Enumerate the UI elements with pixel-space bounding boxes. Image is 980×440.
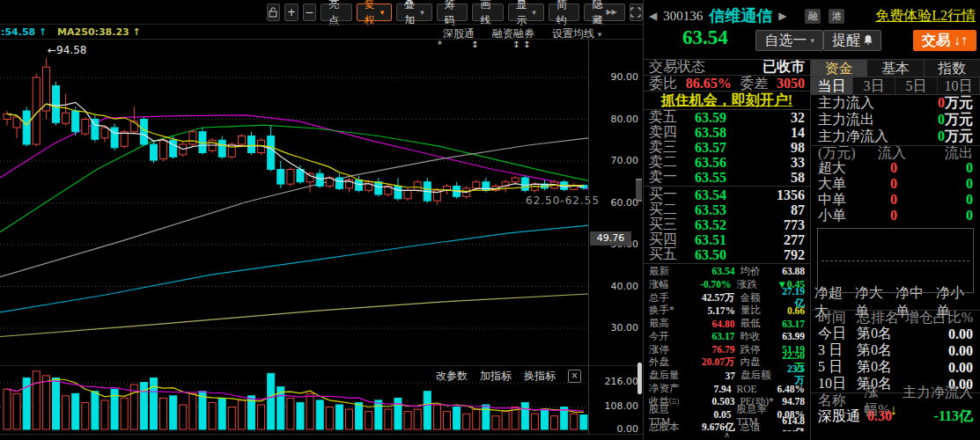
margin-badge[interactable]: 融 <box>805 9 821 24</box>
up-arrow-icon: ↑ <box>39 26 47 38</box>
chart-bottom-divider <box>0 434 643 435</box>
next-stock-icon[interactable]: ▶ <box>778 10 786 23</box>
ma-legend: :54.58 ↑ MA250:38.23 ↑ <box>1 26 141 38</box>
stat-row: 换手*5.17%量比0.66 <box>644 304 810 317</box>
axis-line <box>588 40 589 434</box>
period-tab-当日[interactable]: 当日 <box>811 77 853 94</box>
commission-ratio-row: 委比 86.65% 委差 3050 <box>644 77 810 91</box>
ma250-value: MA250:38.23 <box>57 26 129 38</box>
high-annotation: ←94.58 <box>48 44 86 56</box>
zoom-out-button[interactable]: − <box>303 4 316 21</box>
bell-icon <box>864 33 873 48</box>
event-marker: * <box>438 40 442 49</box>
rank-table-header: 时间 总排名 增仓占比% <box>811 310 980 326</box>
last-price: 63.54 <box>682 26 728 49</box>
trade-status-value: 已收市 <box>763 60 805 77</box>
stat-row: 盘后量37盘后额23.5万 <box>644 369 810 382</box>
order-size-row: 小单00 <box>811 208 980 224</box>
zoom-in-button[interactable]: + <box>284 4 298 21</box>
market-flow-row[interactable]: 深股通 0.30 -113亿 <box>811 408 980 424</box>
tab-资金[interactable]: 资金 <box>811 60 867 77</box>
rank-row: 3 日第0名0.00 <box>811 342 980 359</box>
net-flow-legend: 净超大净大单净中单净小单 <box>811 296 980 310</box>
order-size-row: 大单00 <box>811 176 980 192</box>
weibi-value: 86.65% <box>686 76 732 92</box>
volume-tick: 216.00 <box>589 376 638 387</box>
event-marker: ↕ <box>512 40 519 49</box>
overlay-button[interactable]: 叠加▾ <box>396 4 432 21</box>
quote-panel: ◀ 300136 信维通信 ▶ 融 港 免费体验L2行情 63.54 -0.45… <box>644 0 980 440</box>
chevron-down-icon: ▾ <box>810 36 814 45</box>
chart-toolbar: + − 亮点 复权▾ 叠加▾ 筹码 画线 显示▾ 简约 隐藏▶▶ <box>267 3 643 22</box>
volume-divider <box>0 365 643 366</box>
prev-stock-icon[interactable]: ◀ <box>649 10 657 23</box>
legend-divider <box>0 39 643 40</box>
crosshair-price-label: 49.76 <box>590 231 631 246</box>
simple-mode-button[interactable]: 简约 <box>549 4 580 21</box>
period-tab-3日[interactable]: 3日 <box>853 77 895 94</box>
quote-header: ◀ 300136 信维通信 ▶ 融 港 免费体验L2行情 63.54 -0.45… <box>644 0 980 60</box>
stock-name: 信维通信 <box>709 5 772 26</box>
volume-chart[interactable] <box>0 370 588 434</box>
l2-quotes-link[interactable]: 免费体验L2行情 <box>875 7 976 26</box>
fund-period-tabs: 当日3日5日10日 <box>811 77 980 95</box>
scrollbar-thumb[interactable] <box>637 363 642 394</box>
toolbar-divider <box>0 24 643 25</box>
highlights-button[interactable]: 亮点 <box>321 4 352 21</box>
watchlist-button[interactable]: 自选一▾ <box>755 30 823 51</box>
order-size-rows: 超大00大单00中单00小单00 <box>811 160 980 224</box>
ma120-value: :54.58 <box>1 26 35 38</box>
plus-icon: + <box>287 4 296 20</box>
event-marker: ↕ <box>471 40 478 49</box>
alert-button[interactable]: 提醒 <box>823 30 881 51</box>
net-flow-mini-chart <box>817 228 974 293</box>
chevron-down-icon: ▾ <box>380 4 385 20</box>
bid-row[interactable]: 买五63.50792 <box>644 247 810 262</box>
draw-line-button[interactable]: 画线 <box>472 4 504 21</box>
minus-icon: − <box>305 4 313 20</box>
stat-row: 最高64.80最低63.17 <box>644 317 810 330</box>
transfer-arrows-icon: ↓↑ <box>954 33 968 48</box>
ask-rows: 卖五63.5932卖四63.5814卖三63.5798卖二63.5633卖一63… <box>644 110 810 185</box>
panel-resize-handle[interactable] <box>636 179 642 202</box>
bid-rows: 买一63.541356买二63.5387买三63.52773买四63.51277… <box>644 187 810 262</box>
event-marker: ↕ <box>523 40 530 49</box>
ask-row[interactable]: 卖一63.5558 <box>644 170 810 185</box>
stat-rows: 最新63.54均价63.88涨幅-0.70%涨跌▼0.45总手42.57万金额2… <box>644 265 810 440</box>
fund-flow-column: 资金基本指数 当日3日5日10日 主力流入0万元主力流出0万元主力净流入0万元 … <box>811 60 980 440</box>
stock-code: 300136 <box>663 9 703 24</box>
flow-row: 主力净流入0万元 <box>811 128 980 145</box>
price-axis: 90.0080.0070.0060.0050.0040.0030.00 216.… <box>589 0 642 440</box>
lock-icon[interactable] <box>267 4 280 21</box>
price-tick: 30.00 <box>589 322 638 334</box>
chips-button[interactable]: 筹码 <box>437 4 468 21</box>
flow-table-header: (万元) 流入 流出 <box>811 145 980 160</box>
collapse-panel-icon[interactable]: ∧ <box>644 431 810 440</box>
rank-row: 今日第0名0.00 <box>811 326 980 342</box>
open-account-promo-link[interactable]: 抓住机会，即刻开户! <box>644 91 810 110</box>
tab-指数[interactable]: 指数 <box>925 60 980 77</box>
tab-基本[interactable]: 基本 <box>867 60 924 77</box>
trade-button[interactable]: 交易↓↑ <box>913 30 976 51</box>
candlestick-chart[interactable] <box>0 41 588 365</box>
volume-tick: 0.00 <box>589 423 638 435</box>
display-button[interactable]: 显示▾ <box>508 4 544 21</box>
zero-line <box>822 260 969 261</box>
chevron-down-icon: ▾ <box>420 4 424 20</box>
period-tab-5日[interactable]: 5日 <box>895 77 938 94</box>
stat-row: 总手42.57万金额27.19亿 <box>644 291 810 304</box>
stat-row: 净资产7.94ROE6.48% <box>644 382 810 395</box>
stat-row: 今开63.17昨收63.99 <box>644 330 810 343</box>
volume-tick: 108.00 <box>589 400 638 412</box>
order-size-row: 中单00 <box>811 192 980 208</box>
order-book-column: 交易状态 已收市 委比 86.65% 委差 3050 抓住机会，即刻开户! 卖五… <box>644 60 811 440</box>
up-arrow-icon: ↑ <box>133 26 141 38</box>
adjust-price-button[interactable]: 复权▾ <box>357 4 393 21</box>
price-tick: 40.00 <box>589 281 638 292</box>
weicha-value: 3050 <box>777 76 805 92</box>
fund-tabs: 资金基本指数 <box>811 60 980 77</box>
rank-row: 5 日第0名0.00 <box>811 359 980 376</box>
hk-connect-badge[interactable]: 港 <box>829 9 844 24</box>
chevron-down-icon: ▾ <box>532 4 536 20</box>
period-tab-10日[interactable]: 10日 <box>938 77 980 94</box>
